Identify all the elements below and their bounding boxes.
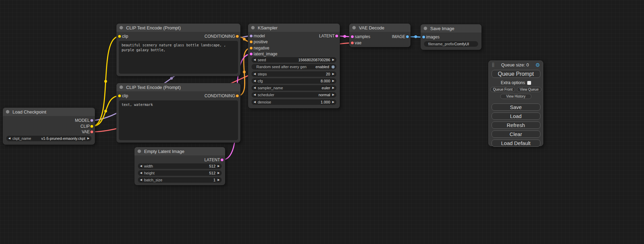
output-slot-latent[interactable] xyxy=(221,159,223,161)
prev-value-icon[interactable]: ◀ xyxy=(6,136,12,141)
node-ksampler[interactable]: KSampler model positive negative latent_… xyxy=(248,24,340,108)
widget-ckpt-name[interactable]: ◀ ckpt_name v1-5-pruned-emaonly.ckpt ▶ xyxy=(6,136,91,141)
input-slot-samples[interactable] xyxy=(351,35,354,38)
next-value-icon[interactable]: ▶ xyxy=(330,85,336,91)
output-slot-image[interactable] xyxy=(406,35,409,38)
input-label-latent-image: latent_image xyxy=(254,52,277,56)
decrement-icon[interactable]: ◀ xyxy=(252,57,258,63)
wire-midpoint-dot xyxy=(243,38,246,40)
widget-denoise[interactable]: ◀ denoise 1.000 ▶ xyxy=(252,99,336,105)
output-slot-conditioning[interactable] xyxy=(236,35,239,38)
prev-value-icon[interactable]: ◀ xyxy=(252,85,258,91)
widget-label: batch_size xyxy=(144,178,162,182)
view-history-button[interactable]: View History xyxy=(500,94,531,99)
drag-handle-icon[interactable]: ⣿ xyxy=(492,62,495,67)
node-graph-canvas[interactable]: Load Checkpoint MODEL CLIP VAE ◀ ckpt_na… xyxy=(0,0,644,244)
collapse-dot-icon[interactable] xyxy=(352,26,356,29)
save-button[interactable]: Save xyxy=(492,103,540,111)
extra-options-checkbox[interactable] xyxy=(527,81,531,85)
decrement-icon[interactable]: ◀ xyxy=(252,71,258,77)
widget-seed[interactable]: ◀ seed 156680208700286 ▶ xyxy=(252,57,336,63)
input-slot-clip[interactable] xyxy=(118,35,121,38)
input-slot-latent-image[interactable] xyxy=(250,53,253,55)
collapse-dot-icon[interactable] xyxy=(6,110,9,114)
wire-midpoint-dot xyxy=(343,35,346,38)
widget-random-seed-toggle[interactable]: Random seed after every gen enabled xyxy=(252,64,336,70)
widget-sampler-name[interactable]: ◀ sampler_name euler ▶ xyxy=(252,85,336,91)
next-value-icon[interactable]: ▶ xyxy=(85,136,91,141)
widget-value: euler xyxy=(322,86,330,90)
widget-value: v1-5-pruned-emaonly.ckpt xyxy=(41,136,85,141)
widget-label: cfg xyxy=(258,79,263,83)
node-title-bar[interactable]: Save Image xyxy=(421,24,482,33)
node-load-checkpoint[interactable]: Load Checkpoint MODEL CLIP VAE ◀ ckpt_na… xyxy=(3,108,95,145)
widget-width[interactable]: ◀ width 512 ▶ xyxy=(138,163,222,169)
decrement-icon[interactable]: ◀ xyxy=(138,170,144,176)
output-slot-latent[interactable] xyxy=(335,35,338,37)
widget-label: height xyxy=(144,171,155,175)
load-default-button[interactable]: Load Default xyxy=(492,139,540,147)
increment-icon[interactable]: ▶ xyxy=(215,177,222,183)
prev-value-icon[interactable]: ◀ xyxy=(252,92,258,98)
collapse-dot-icon[interactable] xyxy=(424,27,427,30)
widget-scheduler[interactable]: ◀ scheduler normal ▶ xyxy=(252,92,336,98)
collapse-dot-icon[interactable] xyxy=(120,85,123,89)
clear-button[interactable]: Clear xyxy=(492,130,540,138)
node-save-image[interactable]: Save Image images filename_prefix ComfyU… xyxy=(421,24,482,50)
increment-icon[interactable]: ▶ xyxy=(330,78,336,84)
output-slot-conditioning[interactable] xyxy=(236,94,239,97)
input-label-vae: vae xyxy=(355,40,361,45)
collapse-dot-icon[interactable] xyxy=(251,26,255,29)
decrement-icon[interactable]: ◀ xyxy=(252,99,258,105)
increment-icon[interactable]: ▶ xyxy=(215,170,222,176)
widget-value: 512 xyxy=(209,171,215,175)
output-slot-model[interactable] xyxy=(90,119,93,122)
widget-filename-prefix[interactable]: filename_prefix ComfyUI xyxy=(424,41,478,47)
decrement-icon[interactable]: ◀ xyxy=(252,78,258,84)
output-slot-clip[interactable] xyxy=(90,125,93,128)
node-title-bar[interactable]: KSampler xyxy=(248,24,340,32)
collapse-dot-icon[interactable] xyxy=(120,26,123,29)
prompt-textarea[interactable]: beautiful scenery nature glass bottle la… xyxy=(119,41,238,74)
increment-icon[interactable]: ▶ xyxy=(330,71,336,77)
decrement-icon[interactable]: ◀ xyxy=(138,177,144,183)
widget-cfg[interactable]: ◀ cfg 8.000 ▶ xyxy=(252,78,336,84)
output-slot-vae[interactable] xyxy=(90,130,93,133)
input-slot-clip[interactable] xyxy=(118,94,121,97)
node-empty-latent-image[interactable]: Empty Latent Image LATENT ◀ width 512 ▶ … xyxy=(134,147,225,185)
node-title-bar[interactable]: CLIP Text Encode (Prompt) xyxy=(116,24,240,32)
node-vae-decode[interactable]: VAE Decode samples vae IMAGE xyxy=(349,24,411,47)
widget-height[interactable]: ◀ height 512 ▶ xyxy=(138,170,222,176)
node-title-bar[interactable]: VAE Decode xyxy=(349,24,411,32)
load-button[interactable]: Load xyxy=(492,112,540,120)
view-history-row: View History xyxy=(489,94,543,99)
view-queue-button[interactable]: View Queue xyxy=(517,87,541,92)
extra-options-label: Extra options xyxy=(501,80,525,85)
next-value-icon[interactable]: ▶ xyxy=(330,92,336,98)
refresh-button[interactable]: Refresh xyxy=(492,121,540,129)
node-title-bar[interactable]: CLIP Text Encode (Prompt) xyxy=(116,83,240,91)
toggle-dot-icon[interactable] xyxy=(332,65,335,69)
widget-steps[interactable]: ◀ steps 20 ▶ xyxy=(252,71,336,77)
node-clip-text-encode-negative[interactable]: CLIP Text Encode (Prompt) clip CONDITION… xyxy=(116,83,240,143)
input-slot-model[interactable] xyxy=(250,35,253,37)
increment-icon[interactable]: ▶ xyxy=(330,99,336,105)
input-label-positive: positive xyxy=(254,39,268,44)
increment-icon[interactable]: ▶ xyxy=(330,57,336,63)
decrement-icon[interactable]: ◀ xyxy=(138,163,144,169)
widget-batch-size[interactable]: ◀ batch_size 1 ▶ xyxy=(138,177,222,183)
node-title-bar[interactable]: Load Checkpoint xyxy=(3,108,95,116)
increment-icon[interactable]: ▶ xyxy=(215,163,222,169)
input-slot-positive[interactable] xyxy=(250,40,253,43)
output-label-image: IMAGE xyxy=(392,34,405,39)
input-slot-images[interactable] xyxy=(422,36,425,38)
queue-prompt-button[interactable]: Queue Prompt xyxy=(492,70,540,78)
settings-gear-icon[interactable]: ⚙ xyxy=(536,62,540,67)
queue-front-button[interactable]: Queue Front xyxy=(490,87,515,92)
node-clip-text-encode-positive[interactable]: CLIP Text Encode (Prompt) clip CONDITION… xyxy=(116,24,240,76)
collapse-dot-icon[interactable] xyxy=(138,150,141,153)
node-title-bar[interactable]: Empty Latent Image xyxy=(134,147,225,155)
input-slot-vae[interactable] xyxy=(351,42,354,44)
input-slot-negative[interactable] xyxy=(250,47,253,49)
prompt-textarea[interactable]: text, watermark xyxy=(119,100,238,140)
